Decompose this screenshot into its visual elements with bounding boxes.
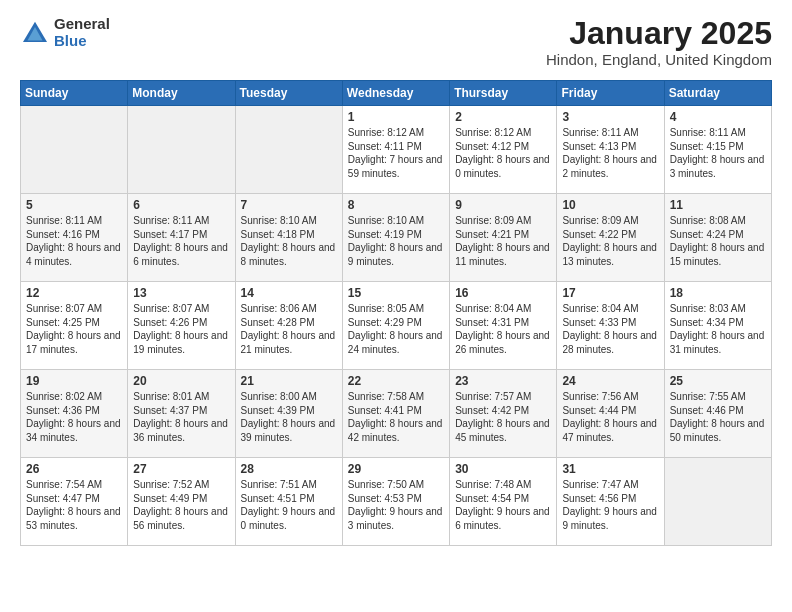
calendar-cell: 13Sunrise: 8:07 AMSunset: 4:26 PMDayligh…	[128, 282, 235, 370]
calendar-cell: 31Sunrise: 7:47 AMSunset: 4:56 PMDayligh…	[557, 458, 664, 546]
calendar-table: SundayMondayTuesdayWednesdayThursdayFrid…	[20, 80, 772, 546]
calendar-cell	[235, 106, 342, 194]
calendar-cell: 16Sunrise: 8:04 AMSunset: 4:31 PMDayligh…	[450, 282, 557, 370]
weekday-header: Sunday	[21, 81, 128, 106]
cell-content: Sunrise: 8:09 AMSunset: 4:22 PMDaylight:…	[562, 214, 658, 268]
day-number: 10	[562, 198, 658, 212]
location: Hindon, England, United Kingdom	[546, 51, 772, 68]
calendar-cell: 17Sunrise: 8:04 AMSunset: 4:33 PMDayligh…	[557, 282, 664, 370]
calendar-cell: 19Sunrise: 8:02 AMSunset: 4:36 PMDayligh…	[21, 370, 128, 458]
calendar-cell: 28Sunrise: 7:51 AMSunset: 4:51 PMDayligh…	[235, 458, 342, 546]
logo-text: General Blue	[54, 16, 110, 49]
cell-content: Sunrise: 8:09 AMSunset: 4:21 PMDaylight:…	[455, 214, 551, 268]
cell-content: Sunrise: 8:08 AMSunset: 4:24 PMDaylight:…	[670, 214, 766, 268]
day-number: 15	[348, 286, 444, 300]
cell-content: Sunrise: 7:57 AMSunset: 4:42 PMDaylight:…	[455, 390, 551, 444]
day-number: 7	[241, 198, 337, 212]
weekday-header: Thursday	[450, 81, 557, 106]
calendar-cell: 18Sunrise: 8:03 AMSunset: 4:34 PMDayligh…	[664, 282, 771, 370]
calendar-cell: 12Sunrise: 8:07 AMSunset: 4:25 PMDayligh…	[21, 282, 128, 370]
calendar-body: 1Sunrise: 8:12 AMSunset: 4:11 PMDaylight…	[21, 106, 772, 546]
day-number: 30	[455, 462, 551, 476]
calendar-cell: 21Sunrise: 8:00 AMSunset: 4:39 PMDayligh…	[235, 370, 342, 458]
day-number: 3	[562, 110, 658, 124]
calendar-cell: 20Sunrise: 8:01 AMSunset: 4:37 PMDayligh…	[128, 370, 235, 458]
calendar-cell: 10Sunrise: 8:09 AMSunset: 4:22 PMDayligh…	[557, 194, 664, 282]
day-number: 24	[562, 374, 658, 388]
day-number: 25	[670, 374, 766, 388]
logo: General Blue	[20, 16, 110, 49]
weekday-header: Tuesday	[235, 81, 342, 106]
day-number: 11	[670, 198, 766, 212]
cell-content: Sunrise: 7:58 AMSunset: 4:41 PMDaylight:…	[348, 390, 444, 444]
calendar-week-row: 26Sunrise: 7:54 AMSunset: 4:47 PMDayligh…	[21, 458, 772, 546]
cell-content: Sunrise: 7:55 AMSunset: 4:46 PMDaylight:…	[670, 390, 766, 444]
calendar-cell	[664, 458, 771, 546]
calendar-week-row: 12Sunrise: 8:07 AMSunset: 4:25 PMDayligh…	[21, 282, 772, 370]
calendar-cell: 9Sunrise: 8:09 AMSunset: 4:21 PMDaylight…	[450, 194, 557, 282]
day-number: 9	[455, 198, 551, 212]
day-number: 14	[241, 286, 337, 300]
calendar-cell: 7Sunrise: 8:10 AMSunset: 4:18 PMDaylight…	[235, 194, 342, 282]
calendar-cell: 30Sunrise: 7:48 AMSunset: 4:54 PMDayligh…	[450, 458, 557, 546]
weekday-header: Wednesday	[342, 81, 449, 106]
cell-content: Sunrise: 7:56 AMSunset: 4:44 PMDaylight:…	[562, 390, 658, 444]
day-number: 5	[26, 198, 122, 212]
day-number: 2	[455, 110, 551, 124]
day-number: 26	[26, 462, 122, 476]
calendar-cell: 2Sunrise: 8:12 AMSunset: 4:12 PMDaylight…	[450, 106, 557, 194]
cell-content: Sunrise: 8:00 AMSunset: 4:39 PMDaylight:…	[241, 390, 337, 444]
cell-content: Sunrise: 8:05 AMSunset: 4:29 PMDaylight:…	[348, 302, 444, 356]
calendar-cell: 24Sunrise: 7:56 AMSunset: 4:44 PMDayligh…	[557, 370, 664, 458]
cell-content: Sunrise: 8:10 AMSunset: 4:18 PMDaylight:…	[241, 214, 337, 268]
calendar-week-row: 19Sunrise: 8:02 AMSunset: 4:36 PMDayligh…	[21, 370, 772, 458]
cell-content: Sunrise: 7:50 AMSunset: 4:53 PMDaylight:…	[348, 478, 444, 532]
day-number: 21	[241, 374, 337, 388]
cell-content: Sunrise: 8:04 AMSunset: 4:33 PMDaylight:…	[562, 302, 658, 356]
cell-content: Sunrise: 8:07 AMSunset: 4:25 PMDaylight:…	[26, 302, 122, 356]
cell-content: Sunrise: 8:10 AMSunset: 4:19 PMDaylight:…	[348, 214, 444, 268]
logo-icon	[20, 18, 50, 48]
calendar-cell: 25Sunrise: 7:55 AMSunset: 4:46 PMDayligh…	[664, 370, 771, 458]
calendar-cell: 1Sunrise: 8:12 AMSunset: 4:11 PMDaylight…	[342, 106, 449, 194]
calendar-cell: 8Sunrise: 8:10 AMSunset: 4:19 PMDaylight…	[342, 194, 449, 282]
cell-content: Sunrise: 7:51 AMSunset: 4:51 PMDaylight:…	[241, 478, 337, 532]
cell-content: Sunrise: 8:11 AMSunset: 4:15 PMDaylight:…	[670, 126, 766, 180]
cell-content: Sunrise: 8:07 AMSunset: 4:26 PMDaylight:…	[133, 302, 229, 356]
day-number: 16	[455, 286, 551, 300]
logo-general: General	[54, 16, 110, 33]
cell-content: Sunrise: 7:48 AMSunset: 4:54 PMDaylight:…	[455, 478, 551, 532]
calendar-cell: 6Sunrise: 8:11 AMSunset: 4:17 PMDaylight…	[128, 194, 235, 282]
day-number: 31	[562, 462, 658, 476]
day-number: 8	[348, 198, 444, 212]
calendar-cell: 15Sunrise: 8:05 AMSunset: 4:29 PMDayligh…	[342, 282, 449, 370]
calendar-cell: 23Sunrise: 7:57 AMSunset: 4:42 PMDayligh…	[450, 370, 557, 458]
calendar-week-row: 1Sunrise: 8:12 AMSunset: 4:11 PMDaylight…	[21, 106, 772, 194]
calendar-cell: 22Sunrise: 7:58 AMSunset: 4:41 PMDayligh…	[342, 370, 449, 458]
day-number: 22	[348, 374, 444, 388]
day-number: 12	[26, 286, 122, 300]
day-number: 23	[455, 374, 551, 388]
cell-content: Sunrise: 8:11 AMSunset: 4:17 PMDaylight:…	[133, 214, 229, 268]
calendar-week-row: 5Sunrise: 8:11 AMSunset: 4:16 PMDaylight…	[21, 194, 772, 282]
weekday-header: Saturday	[664, 81, 771, 106]
page-header: General Blue January 2025 Hindon, Englan…	[20, 16, 772, 68]
day-number: 1	[348, 110, 444, 124]
day-number: 18	[670, 286, 766, 300]
cell-content: Sunrise: 7:47 AMSunset: 4:56 PMDaylight:…	[562, 478, 658, 532]
cell-content: Sunrise: 8:12 AMSunset: 4:11 PMDaylight:…	[348, 126, 444, 180]
cell-content: Sunrise: 7:54 AMSunset: 4:47 PMDaylight:…	[26, 478, 122, 532]
day-number: 29	[348, 462, 444, 476]
day-number: 6	[133, 198, 229, 212]
day-number: 27	[133, 462, 229, 476]
day-number: 19	[26, 374, 122, 388]
calendar-cell: 11Sunrise: 8:08 AMSunset: 4:24 PMDayligh…	[664, 194, 771, 282]
weekday-header: Friday	[557, 81, 664, 106]
day-number: 4	[670, 110, 766, 124]
cell-content: Sunrise: 8:01 AMSunset: 4:37 PMDaylight:…	[133, 390, 229, 444]
calendar-cell	[21, 106, 128, 194]
day-number: 17	[562, 286, 658, 300]
cell-content: Sunrise: 8:11 AMSunset: 4:13 PMDaylight:…	[562, 126, 658, 180]
calendar-cell	[128, 106, 235, 194]
cell-content: Sunrise: 8:11 AMSunset: 4:16 PMDaylight:…	[26, 214, 122, 268]
